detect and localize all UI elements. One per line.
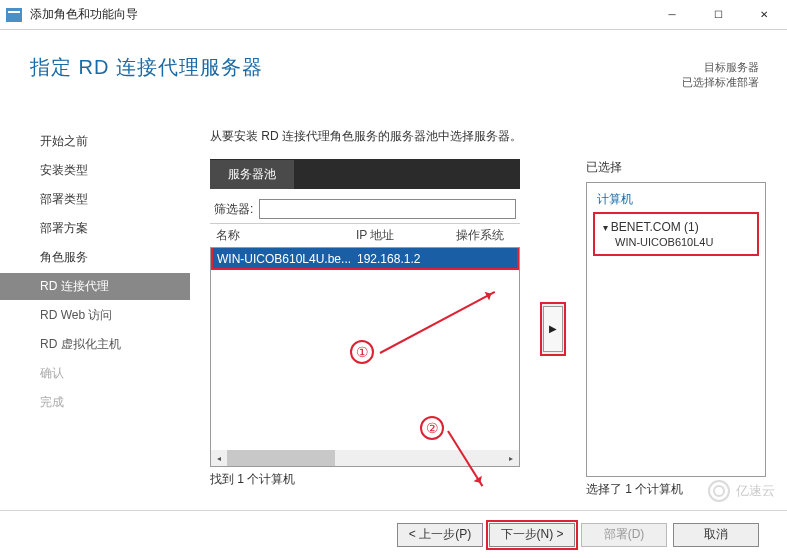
col-os[interactable]: 操作系统 [456, 227, 514, 244]
col-name[interactable]: 名称 [216, 227, 356, 244]
nav-install-type[interactable]: 安装类型 [0, 157, 190, 184]
wizard-header: 指定 RD 连接代理服务器 目标服务器 已选择标准部署 [0, 30, 787, 93]
filter-label: 筛选器: [214, 201, 253, 218]
nav-confirm: 确认 [0, 360, 190, 387]
target-info: 目标服务器 已选择标准部署 [682, 60, 759, 91]
close-button[interactable]: ✕ [741, 0, 787, 29]
add-button[interactable] [540, 302, 566, 356]
window-title: 添加角色和功能向导 [30, 6, 649, 23]
window-controls: ─ ☐ ✕ [649, 0, 787, 29]
deploy-button: 部署(D) [581, 523, 667, 547]
cancel-button[interactable]: 取消 [673, 523, 759, 547]
watermark-icon [708, 480, 730, 502]
filter-input[interactable] [259, 199, 516, 219]
content-area: 从要安装 RD 连接代理角色服务的服务器池中选择服务器。 服务器池 筛选器: 名… [190, 120, 787, 508]
page-title: 指定 RD 连接代理服务器 [30, 54, 757, 81]
app-icon [6, 8, 22, 22]
nav-deploy-plan[interactable]: 部署方案 [0, 215, 190, 242]
title-bar: 添加角色和功能向导 ─ ☐ ✕ [0, 0, 787, 30]
selected-box[interactable]: 计算机 BENET.COM (1) WIN-UICOB610L4U [586, 182, 766, 477]
tab-server-pool[interactable]: 服务器池 [210, 160, 294, 189]
annotation-selected-highlight: BENET.COM (1) WIN-UICOB610L4U [593, 212, 759, 256]
wizard-nav: 开始之前 安装类型 部署类型 部署方案 角色服务 RD 连接代理 RD Web … [0, 120, 190, 508]
nav-deploy-type[interactable]: 部署类型 [0, 186, 190, 213]
grid-header: 名称 IP 地址 操作系统 [210, 223, 520, 247]
col-ip[interactable]: IP 地址 [356, 227, 456, 244]
maximize-button[interactable]: ☐ [695, 0, 741, 29]
cell-ip: 192.168.1.2 [357, 252, 457, 266]
domain-node[interactable]: BENET.COM (1) [603, 220, 749, 234]
nav-role-services[interactable]: 角色服务 [0, 244, 190, 271]
nav-before-begin[interactable]: 开始之前 [0, 128, 190, 155]
target-value: 已选择标准部署 [682, 75, 759, 90]
scroll-right-icon[interactable]: ▸ [503, 450, 519, 466]
selected-panel: 已选择 计算机 BENET.COM (1) WIN-UICOB610L4U 选择… [586, 159, 766, 498]
watermark: 亿速云 [708, 480, 775, 502]
wizard-footer: < 上一步(P) 下一步(N) > 部署(D) 取消 [0, 510, 787, 558]
nav-rd-virt[interactable]: RD 虚拟化主机 [0, 331, 190, 358]
minimize-button[interactable]: ─ [649, 0, 695, 29]
selected-server-item[interactable]: WIN-UICOB610L4U [615, 236, 749, 248]
watermark-text: 亿速云 [736, 482, 775, 500]
scroll-thumb[interactable] [227, 450, 335, 466]
description-text: 从要安装 RD 连接代理角色服务的服务器池中选择服务器。 [210, 128, 767, 145]
target-label: 目标服务器 [682, 60, 759, 75]
filter-row: 筛选器: [210, 189, 520, 223]
table-row[interactable]: WIN-UICOB610L4U.be... 192.168.1.2 [211, 248, 519, 270]
cell-name: WIN-UICOB610L4U.be... [217, 252, 357, 266]
move-column [538, 159, 568, 498]
server-pool: 服务器池 筛选器: 名称 IP 地址 操作系统 WIN-UICOB [210, 159, 520, 498]
nav-rd-web[interactable]: RD Web 访问 [0, 302, 190, 329]
h-scrollbar[interactable]: ◂ ▸ [211, 450, 519, 466]
arrow-right-icon [543, 306, 563, 352]
pool-tabstrip: 服务器池 [210, 159, 520, 189]
nav-rd-broker[interactable]: RD 连接代理 [0, 273, 190, 300]
selected-title: 已选择 [586, 159, 766, 176]
nav-complete: 完成 [0, 389, 190, 416]
wizard-content: 开始之前 安装类型 部署类型 部署方案 角色服务 RD 连接代理 RD Web … [0, 120, 787, 508]
wizard-body: 指定 RD 连接代理服务器 目标服务器 已选择标准部署 开始之前 安装类型 部署… [0, 30, 787, 558]
next-button[interactable]: 下一步(N) > [489, 523, 575, 547]
previous-button[interactable]: < 上一步(P) [397, 523, 483, 547]
pool-area: 服务器池 筛选器: 名称 IP 地址 操作系统 WIN-UICOB [210, 159, 767, 498]
scroll-left-icon[interactable]: ◂ [211, 450, 227, 466]
selected-col-header: 计算机 [597, 191, 755, 208]
grid-body[interactable]: WIN-UICOB610L4U.be... 192.168.1.2 ◂ ▸ [210, 247, 520, 467]
